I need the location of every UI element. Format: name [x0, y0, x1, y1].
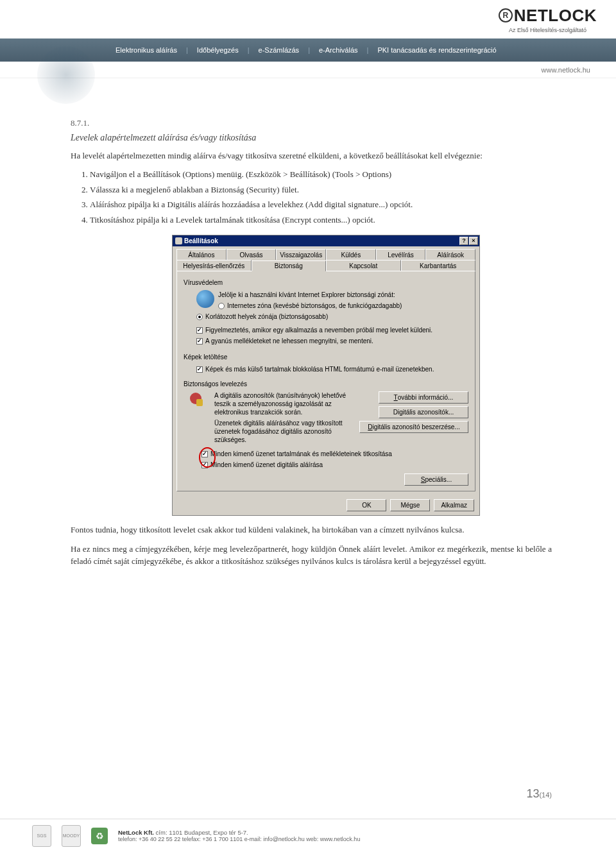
- nav-item[interactable]: Elektronikus aláírás: [116, 46, 177, 54]
- page-number: 13(14): [526, 787, 552, 801]
- section-title: Levelek alapértelmezett aláírása és/vagy…: [71, 131, 552, 144]
- red-circle-annotation: [199, 447, 216, 468]
- step-item: Aláíráshoz pipálja ki a Digitális aláírá…: [90, 198, 552, 211]
- advanced-button[interactable]: Speciális...: [404, 473, 468, 486]
- nav-item[interactable]: Időbélyegzés: [197, 46, 239, 54]
- virus-protection-label: Vírusvédelem: [184, 278, 468, 287]
- site-nav: Elektronikus aláírás| Időbélyegzés| e-Sz…: [0, 38, 616, 62]
- chk-label: Minden kimenő üzenet digitális aláírása: [210, 460, 323, 470]
- gear-icon: [175, 237, 182, 244]
- chk-label: Figyelmeztetés, amikor egy alkalmazás a …: [205, 325, 432, 335]
- netlock-logo: R NETLOCK Az Első Hitelesítés-szolgáltat…: [499, 6, 597, 33]
- ok-button[interactable]: OK: [346, 499, 386, 511]
- secure-mail-label: Biztonságos levelezés: [184, 379, 468, 389]
- certificate-icon: [189, 393, 205, 412]
- dialog-titlebar: Beállítások ? ×: [173, 235, 479, 246]
- radio-restricted-zone[interactable]: [196, 314, 203, 320]
- fingerprint-decoration: [37, 46, 95, 104]
- chk-block-attachments[interactable]: ✓: [196, 338, 203, 345]
- close-icon[interactable]: ×: [469, 237, 478, 245]
- secure-text-1: A digitális azonosítók (tanúsítványok) l…: [214, 391, 353, 416]
- options-dialog: Beállítások ? × Általános Olvasás Vissza…: [172, 235, 480, 516]
- nav-item[interactable]: e-Archiválás: [319, 46, 358, 54]
- cancel-button[interactable]: Mégse: [390, 499, 430, 511]
- radio-label: Korlátozott helyek zónája (biztonságosab…: [205, 312, 328, 321]
- btn-text: ovábbi információ...: [398, 393, 454, 402]
- note-paragraph-2: Ha ez nincs meg a címjegyzékében, kérje …: [71, 543, 552, 568]
- tab-compose[interactable]: Levélírás: [376, 249, 426, 260]
- tab-spelling[interactable]: Helyesírás-ellenőrzés: [176, 260, 252, 271]
- step-item: Válassza ki a megjelenő ablakban a Bizto…: [90, 183, 552, 196]
- nav-item[interactable]: e-Számlázás: [259, 46, 300, 54]
- apply-button[interactable]: Alkalmaz: [434, 499, 474, 511]
- dialog-title: Beállítások: [184, 236, 218, 246]
- recycle-icon: ♻: [91, 828, 108, 844]
- logo-r-icon: R: [499, 8, 513, 22]
- step-item: Navigáljon el a Beállítások (Options) me…: [90, 168, 552, 181]
- chk-label: Minden kimenő üzenet tartalmának és mell…: [210, 449, 392, 459]
- intro-paragraph: Ha levelét alapértelmezetten mindig aláí…: [71, 149, 552, 162]
- footer-company: NetLock Kft.: [118, 829, 154, 836]
- footer-contact: telefon: +36 40 22 55 22 telefax: +36 1 …: [118, 836, 360, 842]
- chk-block-images[interactable]: ✓: [196, 366, 203, 373]
- site-url: www.netlock.hu: [542, 66, 590, 74]
- step-item: Titkosításhoz pipálja ki a Levelek tarta…: [90, 214, 552, 226]
- note-paragraph-1: Fontos tudnia, hogy titkosított levelet …: [71, 524, 552, 536]
- tab-maintenance[interactable]: Karbantartás: [401, 260, 476, 271]
- digital-ids-button[interactable]: Digitális azonosítók...: [379, 406, 468, 418]
- page-footer: SGS MOODY ♻ NetLock Kft. cím: 1101 Budap…: [0, 819, 616, 852]
- globe-icon: [196, 290, 214, 308]
- tab-security[interactable]: Biztonság: [252, 260, 327, 271]
- tab-connection[interactable]: Kapcsolat: [326, 260, 401, 271]
- page-total: (14): [539, 791, 552, 799]
- tab-general[interactable]: Általános: [176, 249, 227, 260]
- radio-label: Internetes zóna (kevésbé biztonságos, de…: [227, 301, 402, 311]
- help-icon[interactable]: ?: [459, 237, 468, 245]
- section-number: 8.7.1.: [71, 117, 552, 130]
- steps-list: Navigáljon el a Beállítások (Options) me…: [90, 168, 552, 226]
- tab-read[interactable]: Olvasás: [227, 249, 277, 260]
- tab-receipts[interactable]: Visszaigazolás: [276, 249, 326, 260]
- get-digital-id-button[interactable]: Digitális azonosító beszerzése...: [359, 421, 468, 433]
- logo-subtitle: Az Első Hitelesítés-szolgáltató: [509, 27, 586, 33]
- chk-label: A gyanús mellékleteket ne lehessen megny…: [205, 336, 373, 346]
- tab-signatures[interactable]: Aláírások: [425, 249, 475, 260]
- sgs-badge-icon: SGS: [32, 825, 51, 847]
- page-current: 13: [526, 787, 539, 800]
- radio-internet-zone[interactable]: [218, 303, 225, 309]
- footer-address: cím: 1101 Budapest, Expo tér 5-7.: [156, 829, 248, 836]
- nav-item[interactable]: PKI tanácsadás és rendszerintegráció: [377, 46, 496, 54]
- chk-label: Képek és más külső tartalmak blokkolása …: [205, 364, 434, 374]
- logo-text: NETLOCK: [514, 6, 597, 26]
- tab-send[interactable]: Küldés: [326, 249, 376, 260]
- chk-warn-send[interactable]: ✓: [196, 327, 203, 334]
- secure-text-2: Üzenetek digitális aláírásához vagy titk…: [214, 419, 353, 444]
- moody-badge-icon: MOODY: [62, 825, 81, 847]
- zone-hint: Jelölje ki a használni kívánt Internet E…: [196, 290, 468, 300]
- image-download-label: Képek letöltése: [184, 352, 468, 362]
- more-info-button[interactable]: További információ...: [379, 391, 468, 404]
